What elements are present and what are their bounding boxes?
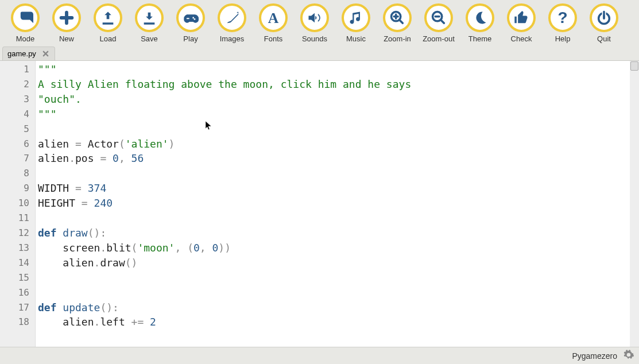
save-label: Save	[141, 34, 158, 43]
music-button[interactable]: Music	[335, 3, 377, 43]
tab-game-py[interactable]: game.py	[2, 47, 55, 60]
svg-text:A: A	[268, 10, 279, 26]
code-line	[38, 211, 630, 226]
code-line	[38, 122, 630, 137]
moon-icon	[466, 3, 494, 32]
line-number: 1	[0, 62, 35, 77]
line-number: 5	[0, 122, 35, 137]
line-number: 17	[0, 300, 35, 315]
check-label: Check	[511, 34, 532, 43]
volume-icon	[300, 3, 329, 32]
new-button[interactable]: New	[46, 3, 87, 43]
line-number: 14	[0, 255, 35, 270]
download-icon	[135, 3, 164, 32]
save-button[interactable]: Save	[129, 3, 170, 43]
load-button[interactable]: Load	[87, 3, 129, 43]
close-icon[interactable]	[42, 50, 50, 58]
brush-icon	[218, 3, 246, 32]
quit-button[interactable]: Quit	[583, 3, 625, 43]
code-line	[38, 285, 630, 300]
help-label: Help	[555, 34, 571, 43]
tab-label: game.py	[7, 49, 36, 58]
code-line: def draw():	[38, 226, 630, 241]
svg-point-2	[192, 17, 194, 19]
zoom-out-label: Zoom-out	[423, 34, 455, 43]
mode-button[interactable]: Mode	[5, 3, 46, 43]
check-button[interactable]: Check	[501, 3, 542, 43]
tab-bar: game.py	[0, 47, 639, 61]
sounds-label: Sounds	[302, 34, 327, 43]
images-label: Images	[220, 34, 245, 43]
line-number: 6	[0, 137, 35, 152]
line-number: 3	[0, 92, 35, 107]
svg-text:?: ?	[557, 10, 567, 26]
code-line: HEIGHT = 240	[38, 196, 630, 211]
images-button[interactable]: Images	[211, 3, 253, 43]
code-line	[38, 270, 630, 285]
svg-point-3	[194, 18, 196, 20]
quit-label: Quit	[597, 34, 611, 43]
new-label: New	[59, 34, 74, 43]
zoom-out-button[interactable]: Zoom-out	[418, 3, 459, 43]
theme-label: Theme	[468, 34, 491, 43]
gear-icon[interactable]	[623, 349, 634, 362]
code-line: screen.blit('moon', (0, 0))	[38, 241, 630, 255]
line-number: 4	[0, 107, 35, 122]
zoom-out-icon	[424, 3, 453, 32]
line-number: 8	[0, 166, 35, 181]
code-line: WIDTH = 374	[38, 181, 630, 196]
zoom-in-icon	[383, 3, 412, 32]
toolbar: ModeNewLoadSavePlayImagesAFontsSoundsMus…	[0, 0, 639, 44]
code-line: "ouch".	[38, 92, 630, 107]
code-line: """	[38, 62, 630, 77]
line-number-gutter: 123456789101112131415161718	[0, 61, 36, 347]
load-label: Load	[100, 34, 117, 43]
theme-button[interactable]: Theme	[459, 3, 501, 43]
svg-point-1	[188, 18, 189, 19]
svg-point-0	[187, 18, 188, 19]
code-editor[interactable]: 123456789101112131415161718 """A silly A…	[0, 61, 639, 347]
code-line: alien.draw()	[38, 255, 630, 270]
music-icon	[342, 3, 370, 32]
vertical-scrollbar[interactable]	[630, 61, 639, 347]
code-line: def update():	[38, 300, 630, 315]
line-number: 10	[0, 196, 35, 211]
gamepad-icon	[176, 3, 205, 32]
line-number: 11	[0, 211, 35, 226]
line-number: 18	[0, 315, 35, 330]
code-line: alien.left += 2	[38, 315, 630, 330]
power-icon	[590, 3, 618, 32]
code-line: alien = Actor('alien')	[38, 137, 630, 152]
scrollbar-thumb[interactable]	[630, 61, 638, 71]
thumbs-up-icon	[507, 3, 536, 32]
zoom-in-label: Zoom-in	[384, 34, 411, 43]
code-area[interactable]: """A silly Alien floating above the moon…	[36, 61, 630, 347]
line-number: 7	[0, 151, 35, 166]
question-icon: ?	[548, 3, 577, 32]
mode-icon	[11, 3, 40, 32]
fonts-button[interactable]: AFonts	[253, 3, 294, 43]
help-button[interactable]: ?Help	[542, 3, 583, 43]
music-label: Music	[346, 34, 366, 43]
line-number: 9	[0, 181, 35, 196]
status-bar: Pygamezero	[0, 347, 639, 364]
line-number: 15	[0, 270, 35, 285]
code-line: alien.pos = 0, 56	[38, 151, 630, 166]
mode-label: Mode	[16, 34, 35, 43]
zoom-in-button[interactable]: Zoom-in	[377, 3, 418, 43]
line-number: 2	[0, 77, 35, 92]
status-mode-label: Pygamezero	[572, 351, 617, 361]
plus-icon	[52, 3, 81, 32]
upload-icon	[94, 3, 122, 32]
play-button[interactable]: Play	[170, 3, 211, 43]
code-line: """	[38, 107, 630, 122]
sounds-button[interactable]: Sounds	[294, 3, 335, 43]
line-number: 12	[0, 226, 35, 241]
code-line: A silly Alien floating above the moon, c…	[38, 77, 630, 92]
fonts-label: Fonts	[264, 34, 283, 43]
code-line	[38, 166, 630, 181]
play-label: Play	[183, 34, 197, 43]
line-number: 16	[0, 285, 35, 300]
font-icon: A	[259, 3, 288, 32]
line-number: 13	[0, 241, 35, 255]
